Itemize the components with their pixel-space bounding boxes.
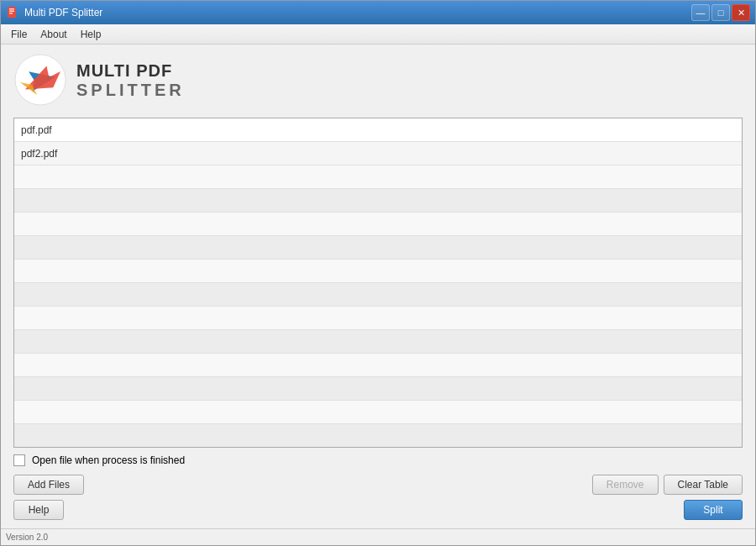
open-file-label: Open file when process is finished (32, 454, 185, 466)
table-row[interactable] (14, 165, 742, 189)
maximize-button[interactable]: □ (711, 4, 730, 21)
svg-rect-0 (8, 7, 16, 18)
table-row[interactable] (14, 401, 742, 424)
table-row[interactable] (14, 377, 742, 401)
table-row[interactable] (14, 283, 742, 307)
status-bar: Version 2.0 (1, 528, 755, 545)
file-menu[interactable]: File (4, 27, 34, 42)
table-row[interactable]: pdf.pdf (14, 118, 742, 142)
main-window: Multi PDF Splitter — □ ✕ File About Help (0, 0, 756, 546)
close-button[interactable]: ✕ (732, 4, 750, 21)
clear-table-button[interactable]: Clear Table (664, 475, 743, 495)
bottom-buttons-left: Add Files (13, 475, 84, 495)
table-row[interactable] (14, 260, 742, 283)
version-text: Version 2.0 (6, 533, 48, 542)
minimize-button[interactable]: — (691, 4, 710, 21)
table-row[interactable]: pdf2.pdf (14, 142, 742, 165)
logo-line1: MULTI PDF (76, 61, 185, 81)
split-button[interactable]: Split (684, 500, 743, 520)
checkbox-row: Open file when process is finished (13, 454, 743, 466)
header-section: MULTI PDF SPLITTER (13, 53, 743, 108)
table-row[interactable] (14, 307, 742, 330)
table-row[interactable] (14, 236, 742, 260)
add-files-button[interactable]: Add Files (13, 475, 84, 495)
svg-rect-3 (9, 13, 13, 14)
title-bar-icon (6, 6, 19, 19)
svg-rect-2 (9, 11, 14, 13)
remove-button[interactable]: Remove (592, 475, 659, 495)
title-bar-buttons: — □ ✕ (691, 4, 750, 21)
logo-text: MULTI PDF SPLITTER (76, 61, 185, 100)
bottom-buttons-right: Remove Clear Table (592, 475, 743, 495)
svg-rect-1 (9, 8, 14, 10)
about-menu[interactable]: About (34, 27, 73, 42)
bottom-buttons: Add Files Remove Clear Table (13, 475, 743, 495)
open-file-checkbox[interactable] (13, 454, 25, 466)
help-menu[interactable]: Help (74, 27, 108, 42)
help-button[interactable]: Help (13, 500, 64, 520)
title-bar-left: Multi PDF Splitter (6, 6, 102, 19)
title-bar: Multi PDF Splitter — □ ✕ (1, 1, 755, 24)
main-content: MULTI PDF SPLITTER pdf.pdfpdf2.pdf Open … (1, 45, 755, 528)
menu-bar: File About Help (1, 24, 755, 45)
window-title: Multi PDF Splitter (24, 7, 102, 18)
table-row[interactable] (14, 330, 742, 354)
table-row[interactable] (14, 189, 742, 213)
logo-container: MULTI PDF SPLITTER (13, 53, 185, 108)
logo-line2: SPLITTER (76, 81, 185, 100)
second-button-row: Help Split (13, 500, 743, 520)
table-row[interactable] (14, 354, 742, 377)
logo-icon (13, 53, 68, 108)
table-row[interactable] (14, 424, 742, 448)
table-row[interactable] (14, 213, 742, 236)
file-table: pdf.pdfpdf2.pdf (13, 118, 743, 448)
